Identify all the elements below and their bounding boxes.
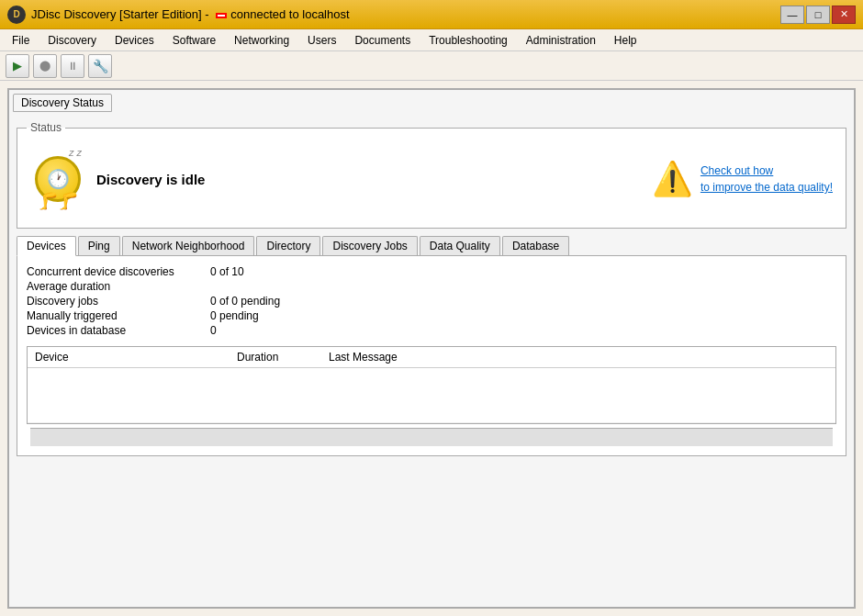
clock-face-icon: 🕐 [47, 168, 70, 190]
device-stats-grid: Concurrent device discoveries 0 of 10 Av… [27, 265, 836, 337]
status-right: ⚠️ Check out how to improve the data qua… [652, 160, 833, 198]
device-table: Device Duration Last Message [28, 347, 835, 423]
col-duration: Duration [230, 347, 321, 368]
toolbar: ▶ ⬤ ⏸ 🔧 [0, 51, 863, 81]
tab-ping[interactable]: Ping [78, 236, 120, 255]
devices-in-db-value: 0 [210, 324, 836, 337]
window-controls: — □ ✕ [780, 6, 856, 24]
discovery-jobs-label: Discovery jobs [27, 295, 210, 308]
title-text: JDisc Discovery [Starter Edition] - conn… [31, 7, 350, 21]
play-button[interactable]: ▶ [6, 54, 29, 78]
discovery-status-tab[interactable]: Discovery Status [13, 94, 112, 116]
title-subtitle: connected to localhost [230, 7, 349, 21]
menu-networking[interactable]: Networking [226, 31, 297, 50]
tab-network-neighborhood[interactable]: Network Neighborhood [122, 236, 255, 255]
quality-link[interactable]: Check out how to improve the data qualit… [700, 164, 833, 194]
menu-troubleshooting[interactable]: Troubleshooting [420, 31, 516, 50]
minimize-button[interactable]: — [780, 6, 804, 24]
title-bar-left: D JDisc Discovery [Starter Edition] - co… [7, 6, 350, 24]
tab-data-quality[interactable]: Data Quality [420, 236, 500, 255]
main-content: Discovery Status Status z z 🕐 🦵🦵 Discove… [0, 81, 863, 616]
empty-row [28, 368, 835, 423]
menu-file[interactable]: File [4, 31, 38, 50]
quality-link-container: Check out how to improve the data qualit… [700, 162, 833, 196]
idle-clock-icon: z z 🕐 🦵🦵 [30, 147, 85, 211]
menu-bar: File Discovery Devices Software Networki… [0, 29, 863, 51]
avg-duration-label: Average duration [27, 280, 210, 293]
tab-content-devices: Concurrent device discoveries 0 of 10 Av… [17, 256, 846, 456]
menu-software[interactable]: Software [164, 31, 224, 50]
concurrent-label: Concurrent device discoveries [27, 265, 210, 278]
menu-discovery[interactable]: Discovery [39, 31, 105, 50]
connected-box [216, 13, 227, 18]
settings-button[interactable]: 🔧 [88, 54, 112, 78]
menu-help[interactable]: Help [606, 31, 645, 50]
menu-users[interactable]: Users [299, 31, 344, 50]
title-main: JDisc Discovery [Starter Edition] - [31, 7, 212, 21]
close-button[interactable]: ✕ [832, 6, 856, 24]
stop-button[interactable]: ⬤ [33, 54, 57, 78]
manually-triggered-value: 0 pending [210, 309, 836, 322]
device-table-container: Device Duration Last Message [27, 346, 836, 424]
menu-documents[interactable]: Documents [346, 31, 419, 50]
quality-link-line2: to improve the data quality! [700, 181, 833, 194]
status-text: Discovery is idle [96, 172, 205, 187]
zzz-decoration: z z [69, 147, 82, 158]
devices-in-db-label: Devices in database [27, 324, 210, 337]
bottom-status-bar [30, 428, 833, 446]
title-bar: D JDisc Discovery [Starter Edition] - co… [0, 0, 863, 29]
concurrent-value: 0 of 10 [210, 265, 836, 278]
status-left: z z 🕐 🦵🦵 Discovery is idle [30, 147, 205, 211]
tab-directory[interactable]: Directory [256, 236, 320, 255]
status-fieldset: Status z z 🕐 🦵🦵 Discovery is idle ⚠️ [17, 121, 846, 229]
col-last-message: Last Message [321, 347, 835, 368]
manually-triggered-label: Manually triggered [27, 309, 210, 322]
device-table-body [28, 368, 835, 423]
status-inner: z z 🕐 🦵🦵 Discovery is idle ⚠️ Check out … [27, 140, 836, 218]
table-header-row: Device Duration Last Message [28, 347, 835, 368]
discovery-status-tab-label: Discovery Status [13, 94, 112, 112]
tab-devices[interactable]: Devices [17, 236, 76, 256]
tab-discovery-jobs[interactable]: Discovery Jobs [322, 236, 417, 255]
col-device: Device [28, 347, 230, 368]
tab-database[interactable]: Database [502, 236, 569, 255]
avg-duration-value [210, 280, 836, 293]
app-logo: D [7, 6, 26, 24]
menu-devices[interactable]: Devices [106, 31, 163, 50]
tabs-row: Devices Ping Network Neighborhood Direct… [17, 236, 846, 256]
status-legend: Status [27, 121, 65, 134]
menu-administration[interactable]: Administration [518, 31, 604, 50]
tab-panel-outer: Discovery Status Status z z 🕐 🦵🦵 Discove… [7, 88, 856, 609]
pause-button[interactable]: ⏸ [61, 54, 84, 78]
clock-legs: 🦵🦵 [38, 191, 78, 211]
warning-icon: ⚠️ [652, 160, 693, 198]
restore-button[interactable]: □ [806, 6, 830, 24]
quality-link-line1: Check out how [700, 164, 773, 177]
discovery-jobs-value: 0 of 0 pending [210, 295, 836, 308]
